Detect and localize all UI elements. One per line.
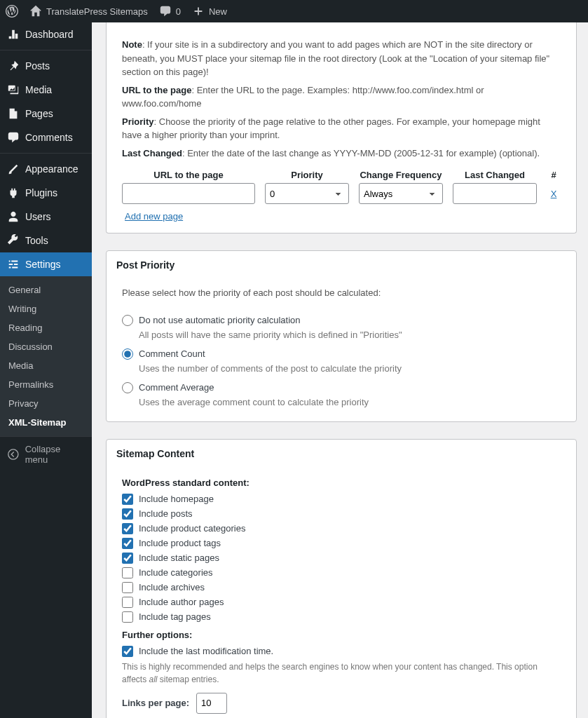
additional-pages-row: 0 Always X [122,183,561,204]
home-icon [29,5,42,18]
chk-posts[interactable] [122,508,133,520]
chk-product-tags[interactable] [122,538,133,549]
svg-point-0 [8,449,18,459]
media-icon [7,83,20,96]
lastchanged-input[interactable] [453,183,537,204]
sliders-icon [7,258,20,271]
menu-posts[interactable]: Posts [0,54,92,78]
further-options-header: Further options: [122,630,561,640]
plus-icon [192,5,205,18]
submenu-privacy[interactable]: Privacy [0,394,92,413]
submenu-media[interactable]: Media [0,356,92,375]
admin-toolbar: TranslatePress Sitemaps 0 New [0,0,588,22]
links-per-page-label: Links per page: [122,698,189,708]
menu-appearance[interactable]: Appearance [0,157,92,181]
menu-plugins[interactable]: Plugins [0,181,92,205]
chk-homepage[interactable] [122,494,133,505]
brush-icon [7,163,20,175]
new-label: New [209,6,227,17]
wrench-icon [7,234,20,247]
submenu-writing[interactable]: Writing [0,299,92,318]
post-priority-panel: Post Priority Please select how the prio… [106,250,577,422]
radio-comment-count[interactable] [122,348,133,360]
col-url-header: URL to the page [153,170,223,180]
wordpress-icon [6,5,18,18]
sitemap-content-title: Sitemap Content [116,448,566,459]
menu-users[interactable]: Users [0,205,92,229]
chk-archives[interactable] [122,582,133,593]
menu-media[interactable]: Media [0,78,92,102]
col-last-header: Last Changed [465,170,525,180]
main-content: Note: If your site is in a subdirectory … [92,22,588,718]
chk-tag-pages[interactable] [122,611,133,623]
comments-count: 0 [176,6,181,17]
menu-settings[interactable]: Settings [0,252,92,276]
chk-author-pages[interactable] [122,597,133,608]
collapse-icon [7,448,20,461]
dashboard-icon [7,28,20,41]
additional-pages-panel: Note: If your site is in a subdirectory … [106,22,577,233]
additional-pages-header: URL to the page Priority Change Frequenc… [122,170,561,180]
menu-tools[interactable]: Tools [0,229,92,252]
radio-comment-average[interactable] [122,382,133,393]
std-content-header: WordPress standard content: [122,477,561,488]
submenu-xml-sitemap[interactable]: XML-Sitemap [0,413,92,432]
user-icon [7,210,20,223]
submenu-permalinks[interactable]: Permalinks [0,375,92,394]
col-priority-header: Priority [291,170,323,180]
frequency-select[interactable]: Always [359,183,443,204]
radio-no-auto[interactable] [122,315,133,326]
submenu-reading[interactable]: Reading [0,318,92,337]
new-link[interactable]: New [192,5,227,18]
collapse-menu[interactable]: Collapse menu [0,436,92,472]
chk-product-categories[interactable] [122,523,133,534]
chk-last-mod[interactable] [122,646,133,657]
page-icon [7,107,20,120]
col-hash-header: # [551,170,556,180]
add-new-page-link[interactable]: Add new page [125,211,183,222]
menu-dashboard[interactable]: Dashboard [0,22,92,46]
site-name: TranslatePress Sitemaps [46,6,148,17]
submenu-general[interactable]: General [0,280,92,299]
chk-static-pages[interactable] [122,553,133,564]
delete-row-link[interactable]: X [551,189,557,199]
site-link[interactable]: TranslatePress Sitemaps [29,5,148,18]
wp-logo[interactable] [6,5,18,18]
plug-icon [7,187,20,199]
links-per-page-input[interactable] [196,693,227,714]
url-input[interactable] [122,183,255,204]
menu-pages[interactable]: Pages [0,102,92,126]
post-priority-title: Post Priority [116,259,566,271]
menu-comments[interactable]: Comments [0,126,92,149]
col-freq-header: Change Frequency [360,170,442,180]
pin-icon [7,60,20,72]
comments-link[interactable]: 0 [159,5,181,18]
comment-icon [159,5,172,18]
chk-categories[interactable] [122,567,133,578]
submenu-discussion[interactable]: Discussion [0,337,92,356]
priority-select[interactable]: 0 [265,183,349,204]
settings-submenu: General Writing Reading Discussion Media… [0,276,92,436]
post-priority-intro: Please select how the priority of each p… [122,286,561,300]
comment-icon [7,131,20,144]
admin-sidebar: Dashboard Posts Media Pages Comments App… [0,22,92,718]
sitemap-content-panel: Sitemap Content WordPress standard conte… [106,439,577,719]
